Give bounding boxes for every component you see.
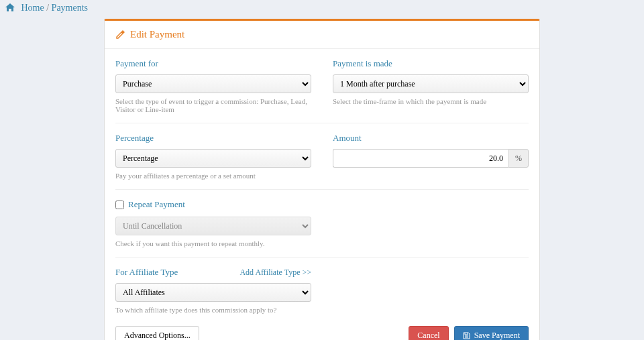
edit-payment-panel: Edit Payment Payment for Purchase Select… [104,19,540,340]
cancel-button[interactable]: Cancel [409,326,448,340]
payment-is-made-select[interactable]: 1 Month after purchase [333,74,529,93]
add-affiliate-type-link[interactable]: Add Affiliate Type >> [239,268,311,278]
percentage-select[interactable]: Percentage [115,149,311,168]
panel-title-text: Edit Payment [130,29,184,40]
repeat-payment-help: Check if you want this payment to repeat… [115,239,311,247]
breadcrumb: Home / Payments [0,0,644,19]
breadcrumb-separator: / [46,3,49,13]
save-icon [463,332,470,339]
payment-is-made-help: Select the time-frame in which the payem… [333,97,529,105]
divider [115,123,529,123]
home-icon [5,3,15,11]
amount-unit: % [508,149,529,168]
payment-for-select[interactable]: Purchase [115,74,311,93]
divider [115,257,529,258]
amount-input[interactable] [333,149,508,168]
repeat-payment-label: Repeat Payment [128,199,185,210]
edit-icon [115,30,125,40]
advanced-options-button[interactable]: Advanced Options... [115,326,199,340]
amount-label: Amount [333,133,529,144]
payment-is-made-label: Payment is made [333,58,529,69]
save-button-label: Save Payment [474,331,520,340]
repeat-payment-select[interactable]: Until Cancellation [115,217,311,235]
payment-for-help: Select the type of event to trigger a co… [115,97,311,113]
for-affiliate-type-label: For Affiliate Type [115,267,178,278]
divider [115,189,529,190]
breadcrumb-home-link[interactable]: Home [21,3,44,13]
percentage-help: Pay your affiliates a percentage or a se… [115,172,311,180]
payment-for-label: Payment for [115,58,311,69]
affiliate-type-help: To which affiliate type does this commis… [115,306,311,314]
save-payment-button[interactable]: Save Payment [454,326,529,340]
affiliate-type-select[interactable]: All Affiliates [115,283,311,302]
breadcrumb-current-link[interactable]: Payments [52,3,88,13]
panel-header: Edit Payment [105,21,539,49]
percentage-label: Percentage [115,133,311,144]
repeat-payment-checkbox[interactable] [115,201,124,209]
